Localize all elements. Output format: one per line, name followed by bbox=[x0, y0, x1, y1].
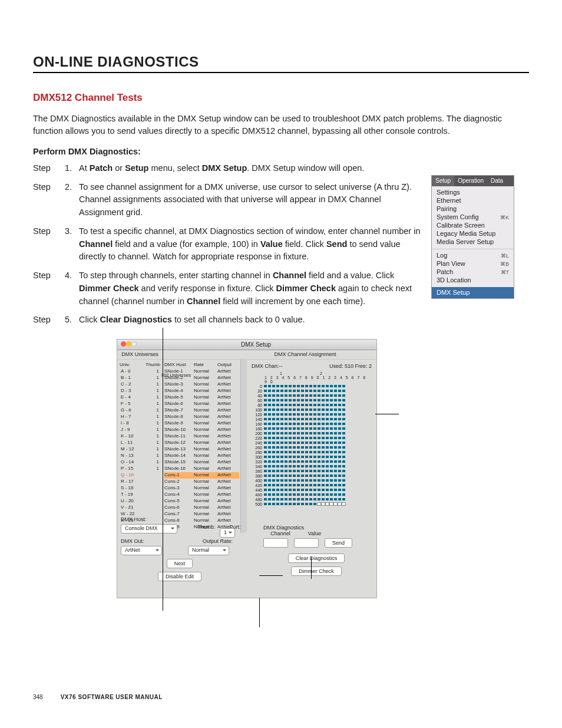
window-controls[interactable] bbox=[121, 341, 137, 348]
dimmer-check-button[interactable]: Dimmer Check bbox=[291, 566, 342, 576]
universe-row[interactable]: H - 71 bbox=[120, 414, 160, 420]
perform-heading: Perform DMX Diagnostics: bbox=[33, 147, 529, 156]
grid-row: 160 bbox=[252, 421, 372, 426]
menu-item[interactable]: 3D Location bbox=[437, 276, 509, 285]
next-button[interactable]: Next bbox=[167, 559, 193, 568]
host-row[interactable]: SNode-6NormalArtNet bbox=[164, 401, 239, 407]
output-rate-select[interactable]: Normal bbox=[188, 546, 229, 555]
window-title: DMX Setup bbox=[139, 341, 373, 348]
step-text: At Patch or Setup menu, select DMX Setup… bbox=[79, 162, 421, 175]
intro-para: The DMX Diagnostics available in the DMX… bbox=[33, 113, 516, 137]
send-button[interactable]: Send bbox=[325, 538, 352, 548]
grid-row: 100 bbox=[252, 407, 372, 412]
grid-row: 220 bbox=[252, 436, 372, 440]
page-number: 348 bbox=[33, 694, 43, 700]
universe-row[interactable]: B - 11 bbox=[120, 375, 160, 381]
grid-row: 440 bbox=[252, 487, 372, 492]
grid-row: 140 bbox=[252, 417, 372, 421]
host-row[interactable]: SNode-4NormalArtNet bbox=[164, 388, 239, 394]
host-row[interactable]: SNode-5NormalArtNet bbox=[164, 394, 239, 401]
dmx-out-label: DMX Out: bbox=[121, 538, 144, 544]
universe-row[interactable]: K - 101 bbox=[120, 433, 160, 440]
grid-row: 20 bbox=[252, 388, 372, 393]
dmx-out-select[interactable]: ArtNet bbox=[121, 546, 162, 555]
universe-row[interactable]: P - 151 bbox=[120, 466, 160, 472]
dmx-setup-window: DMX Setup DMX Universes DMX Channel Assi… bbox=[117, 339, 377, 598]
scrollbar[interactable] bbox=[241, 360, 247, 533]
step-text: To see channel assignment for a DMX univ… bbox=[79, 181, 421, 219]
universe-row[interactable]: E - 41 bbox=[120, 394, 160, 401]
menu-tab[interactable]: Operation bbox=[454, 176, 487, 186]
menu-selected[interactable]: DMX Setup bbox=[432, 287, 514, 298]
host-row[interactable]: Cons-1NormalArtNet bbox=[164, 472, 239, 479]
grid-row: 400 bbox=[252, 478, 372, 483]
host-row[interactable]: SNode-12NormalArtNet bbox=[164, 440, 239, 446]
menu-item[interactable]: Ethernet bbox=[437, 197, 509, 205]
menu-tab[interactable]: Setup bbox=[432, 176, 454, 186]
universe-row[interactable]: U - 20 bbox=[120, 498, 160, 505]
universe-row[interactable]: N - 131 bbox=[120, 453, 160, 459]
universe-row[interactable]: J - 91 bbox=[120, 427, 160, 433]
host-row[interactable]: Cons-2NormalArtNet bbox=[164, 479, 239, 485]
universe-row[interactable]: F - 51 bbox=[120, 401, 160, 407]
universe-row[interactable]: O - 141 bbox=[120, 459, 160, 466]
universe-row[interactable]: S - 18 bbox=[120, 485, 160, 492]
menu-item[interactable]: Patch⌘T bbox=[437, 268, 509, 276]
universe-row[interactable]: T - 19 bbox=[120, 492, 160, 498]
menu-tab[interactable]: Data bbox=[487, 176, 507, 186]
menu-item[interactable]: System Config⌘K bbox=[437, 213, 509, 222]
host-row[interactable]: SNode-3NormalArtNet bbox=[164, 381, 239, 388]
section-title: DMX512 Channel Tests bbox=[33, 92, 529, 104]
host-row[interactable]: Cons-4NormalArtNet bbox=[164, 492, 239, 498]
menu-item[interactable]: Settings bbox=[437, 189, 509, 197]
grid-row: 240 bbox=[252, 440, 372, 445]
dmx-chan-label: DMX Chan:-- bbox=[252, 363, 283, 369]
output-rate-label: Output Rate: bbox=[203, 538, 233, 544]
host-row[interactable]: SNode-7NormalArtNet bbox=[164, 407, 239, 414]
value-input[interactable] bbox=[294, 538, 319, 548]
grid-row: 60 bbox=[252, 398, 372, 403]
host-row[interactable]: Cons-6NormalArtNet bbox=[164, 505, 239, 511]
port-select[interactable]: 1 bbox=[220, 528, 235, 538]
host-row[interactable]: SNode-9NormalArtNet bbox=[164, 420, 239, 427]
grid-row: 120 bbox=[252, 412, 372, 417]
grid-row: 280 bbox=[252, 450, 372, 454]
universe-row[interactable]: G - 61 bbox=[120, 407, 160, 414]
menu-item[interactable]: Media Server Setup bbox=[437, 238, 509, 246]
channel-input[interactable] bbox=[263, 538, 288, 548]
universe-row[interactable]: A - 01 bbox=[120, 368, 160, 375]
dmx-host-select[interactable]: Console DMX bbox=[121, 524, 177, 533]
setup-menu: SetupOperationData SettingsEthernetPairi… bbox=[431, 175, 514, 299]
host-row[interactable]: SNode-16NormalArtNet bbox=[164, 466, 239, 472]
host-row[interactable]: SNode-10NormalArtNet bbox=[164, 427, 239, 433]
dmx-host-label: DMX Host: bbox=[121, 516, 239, 522]
grid-row: 340 bbox=[252, 464, 372, 469]
universe-row[interactable]: D - 31 bbox=[120, 388, 160, 394]
disable-edit-button[interactable]: Disable Edit bbox=[158, 572, 201, 581]
universe-row[interactable]: C - 21 bbox=[120, 381, 160, 388]
menu-item[interactable]: Legacy Media Setup bbox=[437, 230, 509, 238]
host-row[interactable]: SNode-8NormalArtNet bbox=[164, 414, 239, 420]
host-row[interactable]: Cons-3NormalArtNet bbox=[164, 485, 239, 492]
host-row[interactable]: SNode-15NormalArtNet bbox=[164, 459, 239, 466]
universe-row[interactable]: M - 121 bbox=[120, 446, 160, 453]
universe-row[interactable]: I - 81 bbox=[120, 420, 160, 427]
host-row[interactable]: SNode-11NormalArtNet bbox=[164, 433, 239, 440]
host-row[interactable]: SNode-13NormalArtNet bbox=[164, 446, 239, 453]
clear-diagnostics-button[interactable]: Clear Diagnostics bbox=[288, 554, 345, 563]
menu-item[interactable]: Plan View⌘B bbox=[437, 260, 509, 268]
universe-row[interactable]: R - 17 bbox=[120, 479, 160, 485]
menu-item[interactable]: Calibrate Screen bbox=[437, 222, 509, 230]
universe-row[interactable]: Q - 16 bbox=[120, 472, 160, 479]
host-row[interactable]: Cons-5NormalArtNet bbox=[164, 498, 239, 505]
universe-row[interactable]: V - 21 bbox=[120, 505, 160, 511]
grid-row: 180 bbox=[252, 426, 372, 431]
grid-row: 500 bbox=[252, 502, 372, 506]
menu-item[interactable]: Pairing bbox=[437, 205, 509, 213]
host-row[interactable]: SNode-14NormalArtNet bbox=[164, 453, 239, 459]
diagnostics-title: DMX Diagnostics bbox=[263, 525, 369, 531]
grid-cols: 1 2 3 4 5 6 7 8 9 0 1 2 3 4 5 6 7 8 9 0 bbox=[252, 375, 372, 384]
menu-item[interactable]: Log⌘L bbox=[437, 252, 509, 260]
page-title: ON-LINE DIAGNOSTICS bbox=[33, 54, 529, 73]
universe-row[interactable]: L - 111 bbox=[120, 440, 160, 446]
